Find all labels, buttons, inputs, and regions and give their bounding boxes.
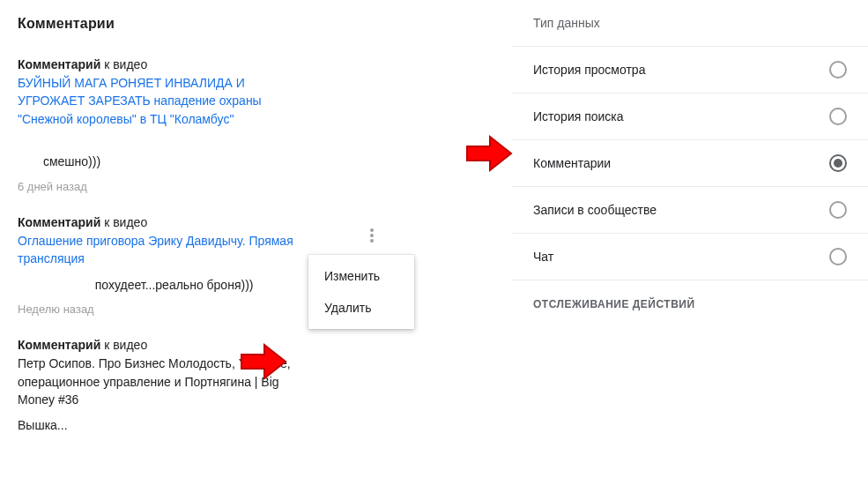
data-type-option-watch-history[interactable]: История просмотра [512, 46, 868, 93]
video-title-link[interactable]: БУЙНЫЙ МАГА РОНЯЕТ ИНВАЛИДА И УГРОЖАЕТ З… [18, 74, 300, 128]
comments-panel: Комментарии Комментарий к видео БУЙНЫЙ М… [0, 0, 511, 493]
comment-timestamp: Неделю назад [18, 303, 493, 316]
annotation-arrow-icon [465, 134, 514, 174]
svg-point-0 [370, 228, 374, 232]
data-type-option-search-history[interactable]: История поиска [512, 93, 868, 139]
option-label: Чат [533, 250, 553, 264]
svg-point-1 [370, 234, 374, 237]
comment-prefix: Комментарий к видео [18, 338, 147, 352]
context-menu: Изменить Удалить [308, 255, 414, 329]
radio-icon [829, 201, 847, 219]
data-type-option-chat[interactable]: Чат [512, 233, 868, 280]
data-type-option-comments[interactable]: Комментарии [512, 139, 868, 186]
comment-prefix: Комментарий к видео [18, 57, 147, 71]
menu-item-edit[interactable]: Изменить [308, 260, 414, 292]
menu-item-delete[interactable]: Удалить [308, 292, 414, 324]
radio-icon [829, 108, 847, 125]
data-type-option-community-posts[interactable]: Записи в сообществе [512, 186, 868, 233]
comment-prefix: Комментарий к видео [18, 215, 147, 229]
option-label: Комментарии [533, 156, 611, 170]
option-label: Записи в сообществе [533, 203, 657, 217]
comment-timestamp: 6 дней назад [18, 180, 493, 193]
radio-icon [829, 154, 847, 172]
data-type-panel: Тип данных История просмотра История пои… [511, 0, 868, 493]
option-label: История просмотра [533, 63, 645, 77]
comment-text: Вышка... [18, 417, 300, 435]
section-header: Тип данных [512, 0, 868, 46]
annotation-arrow-icon [240, 342, 288, 382]
video-title-link[interactable]: Оглашение приговора Эрику Давидычу. Прям… [18, 232, 300, 268]
tracking-header: ОТСЛЕЖИВАНИЕ ДЕЙСТВИЙ [512, 280, 868, 317]
kebab-icon [370, 228, 374, 243]
comment-text-tail: смешно))) [43, 154, 100, 168]
comment-text: похудеет...реально броня))) [18, 277, 300, 295]
option-label: История поиска [533, 109, 624, 123]
comment-item: Комментарий к видео Оглашение приговора … [18, 214, 493, 316]
comment-text-tail: похудеет...реально броня))) [95, 278, 254, 292]
radio-icon [829, 248, 847, 265]
svg-point-2 [370, 239, 374, 243]
radio-icon [829, 61, 847, 78]
more-options-button[interactable] [361, 225, 382, 246]
comment-item: Комментарий к видео БУЙНЫЙ МАГА РОНЯЕТ И… [18, 56, 493, 193]
page-title: Комментарии [18, 16, 493, 32]
comment-text: смешно))) [18, 137, 300, 171]
